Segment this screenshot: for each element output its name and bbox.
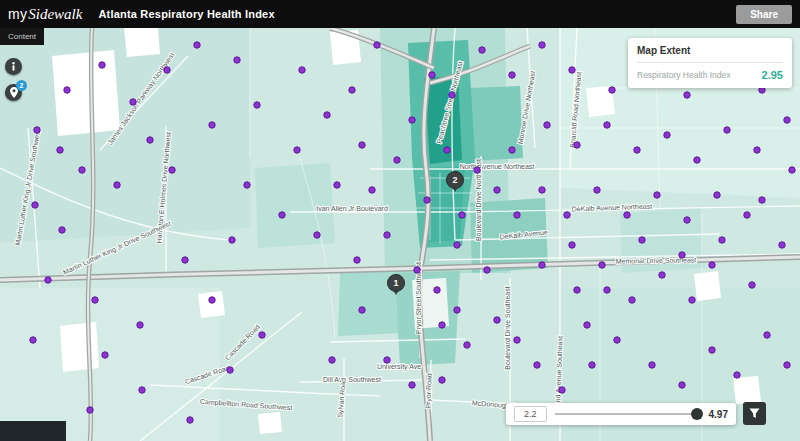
- data-point-marker[interactable]: [509, 147, 515, 153]
- data-point-marker[interactable]: [354, 257, 360, 263]
- data-point-marker[interactable]: [34, 127, 40, 133]
- data-point-marker[interactable]: [182, 257, 188, 263]
- data-point-marker[interactable]: [314, 232, 320, 238]
- data-point-marker[interactable]: [789, 167, 795, 173]
- data-point-marker[interactable]: [709, 347, 715, 353]
- data-point-marker[interactable]: [409, 117, 415, 123]
- data-point-marker[interactable]: [494, 187, 500, 193]
- range-min-input[interactable]: 2.2: [514, 406, 547, 422]
- data-point-marker[interactable]: [349, 87, 355, 93]
- data-point-marker[interactable]: [734, 372, 740, 378]
- data-point-marker[interactable]: [649, 362, 655, 368]
- data-point-marker[interactable]: [439, 377, 445, 383]
- data-point-marker[interactable]: [634, 147, 640, 153]
- data-point-marker[interactable]: [279, 212, 285, 218]
- data-point-marker[interactable]: [57, 147, 63, 153]
- data-point-marker[interactable]: [684, 217, 690, 223]
- data-point-marker[interactable]: [539, 187, 545, 193]
- data-point-marker[interactable]: [459, 212, 465, 218]
- data-point-marker[interactable]: [92, 297, 98, 303]
- data-point-marker[interactable]: [764, 332, 770, 338]
- data-point-marker[interactable]: [259, 332, 265, 338]
- data-point-marker[interactable]: [394, 157, 400, 163]
- data-point-marker[interactable]: [564, 212, 570, 218]
- data-point-marker[interactable]: [114, 182, 120, 188]
- data-point-marker[interactable]: [539, 42, 545, 48]
- data-point-marker[interactable]: [102, 352, 108, 358]
- data-point-marker[interactable]: [559, 387, 565, 393]
- data-point-marker[interactable]: [679, 252, 685, 258]
- data-point-marker[interactable]: [434, 287, 440, 293]
- data-point-marker[interactable]: [574, 142, 580, 148]
- data-point-marker[interactable]: [724, 127, 730, 133]
- data-point-marker[interactable]: [147, 137, 153, 143]
- data-point-marker[interactable]: [32, 202, 38, 208]
- data-point-marker[interactable]: [569, 242, 575, 248]
- data-point-marker[interactable]: [594, 187, 600, 193]
- choropleth-map[interactable]: North Avenue NortheastIvan Allen Jr Boul…: [0, 28, 800, 441]
- data-point-marker[interactable]: [209, 122, 215, 128]
- data-point-marker[interactable]: [187, 417, 193, 423]
- data-point-marker[interactable]: [684, 92, 690, 98]
- data-point-marker[interactable]: [654, 192, 660, 198]
- data-point-marker[interactable]: [754, 147, 760, 153]
- data-point-marker[interactable]: [79, 167, 85, 173]
- data-point-marker[interactable]: [374, 42, 380, 48]
- data-point-marker[interactable]: [474, 167, 480, 173]
- data-point-marker[interactable]: [139, 387, 145, 393]
- filter-button[interactable]: [743, 402, 766, 425]
- data-point-marker[interactable]: [514, 212, 520, 218]
- data-point-marker[interactable]: [759, 197, 765, 203]
- data-point-marker[interactable]: [464, 342, 470, 348]
- data-point-marker[interactable]: [599, 262, 605, 268]
- data-point-marker[interactable]: [744, 212, 750, 218]
- data-point-marker[interactable]: [534, 362, 540, 368]
- data-point-marker[interactable]: [719, 237, 725, 243]
- layers-pin-button[interactable]: 2: [5, 84, 22, 101]
- data-point-marker[interactable]: [689, 297, 695, 303]
- data-point-marker[interactable]: [244, 182, 250, 188]
- data-point-marker[interactable]: [444, 147, 450, 153]
- data-point-marker[interactable]: [629, 297, 635, 303]
- data-point-marker[interactable]: [99, 62, 105, 68]
- data-point-marker[interactable]: [454, 307, 460, 313]
- map-canvas[interactable]: North Avenue NortheastIvan Allen Jr Boul…: [0, 28, 800, 441]
- range-slider-track[interactable]: [555, 413, 701, 415]
- data-point-marker[interactable]: [359, 142, 365, 148]
- data-point-marker[interactable]: [429, 72, 435, 78]
- data-point-marker[interactable]: [694, 157, 700, 163]
- data-point-marker[interactable]: [234, 57, 240, 63]
- data-point-marker[interactable]: [659, 272, 665, 278]
- content-tab-label[interactable]: Content: [0, 28, 44, 45]
- data-point-marker[interactable]: [454, 242, 460, 248]
- data-point-marker[interactable]: [414, 267, 420, 273]
- data-point-marker[interactable]: [574, 287, 580, 293]
- data-point-marker[interactable]: [679, 382, 685, 388]
- data-point-marker[interactable]: [359, 307, 365, 313]
- data-point-marker[interactable]: [130, 99, 136, 105]
- data-point-marker[interactable]: [59, 227, 65, 233]
- data-point-marker[interactable]: [45, 277, 51, 283]
- data-point-marker[interactable]: [589, 362, 595, 368]
- data-point-marker[interactable]: [254, 102, 260, 108]
- data-point-marker[interactable]: [784, 117, 790, 123]
- data-point-marker[interactable]: [169, 167, 175, 173]
- data-point-marker[interactable]: [164, 67, 170, 73]
- data-point-marker[interactable]: [569, 67, 575, 73]
- data-point-marker[interactable]: [329, 357, 335, 363]
- data-point-marker[interactable]: [479, 47, 485, 53]
- data-point-marker[interactable]: [227, 367, 233, 373]
- data-point-marker[interactable]: [137, 322, 143, 328]
- data-point-marker[interactable]: [229, 237, 235, 243]
- data-point-marker[interactable]: [604, 287, 610, 293]
- data-point-marker[interactable]: [424, 197, 430, 203]
- data-point-marker[interactable]: [614, 337, 620, 343]
- data-point-marker[interactable]: [709, 262, 715, 268]
- range-slider-handle[interactable]: [691, 408, 703, 420]
- data-point-marker[interactable]: [514, 337, 520, 343]
- data-point-marker[interactable]: [784, 362, 790, 368]
- data-point-marker[interactable]: [749, 282, 755, 288]
- data-point-marker[interactable]: [324, 112, 330, 118]
- data-point-marker[interactable]: [544, 122, 550, 128]
- data-point-marker[interactable]: [779, 242, 785, 248]
